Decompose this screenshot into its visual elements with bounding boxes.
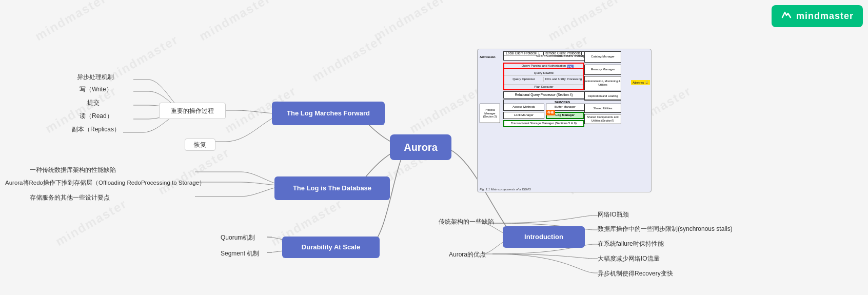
leaf-redo-offload: Aurora将Redo操作下推到存储层（Offloading RedoProce… [5,179,205,187]
leaf-segment: Segment 机制 [221,249,259,258]
leaf-trad-issues: 传统架构的一些缺陷 [439,218,494,226]
leaf-perf-issue: 一种传统数据库架构的性能缺陷 [30,166,116,174]
leaf-quorum: Quorum机制 [221,233,255,242]
central-node[interactable]: Aurora [390,134,451,160]
logo-icon [781,9,792,23]
nodes-layer: Client Communications Manager Local Clie… [0,0,868,295]
node-durability[interactable]: Durability At Scale [282,237,380,258]
node-important-ops[interactable]: 重要的操作过程 [159,103,226,119]
logo-text: mindmaster [796,11,854,22]
leaf-reduce-io: 大幅度减少网络IO流量 [598,254,660,263]
mindmaster-logo[interactable]: mindmaster [772,5,863,27]
leaf-commit: 提交 [87,99,100,107]
leaf-aurora-adv: Aurora的优点 [449,250,486,259]
node-recovery[interactable]: 恢复 [185,139,215,151]
leaf-sync-stalls: 数据库操作中的一些同步限制(synchronous stalls) [598,225,733,233]
dbms-diagram: Client Communications Manager Local Clie… [477,49,652,192]
leaf-replicas: 副本（Replicas） [72,125,120,134]
leaf-read: 读（Read） [80,112,113,121]
node-introduction[interactable]: Introduction [503,226,585,248]
node-log-database[interactable]: The Log is The Database [274,176,390,200]
leaf-write: 写（Write） [80,85,112,94]
leaf-async: 异步处理机制 [77,73,114,82]
leaf-async-recovery: 异步机制使得Recovery变快 [598,269,673,278]
leaf-network-io: 网络IO瓶颈 [598,210,629,219]
leaf-storage-design: 存储服务的其他一些设计要点 [30,193,110,202]
leaf-failure-perf: 在系统failure时保持性能 [598,240,664,248]
node-log-marches[interactable]: The Log Marches Forward [272,102,385,125]
